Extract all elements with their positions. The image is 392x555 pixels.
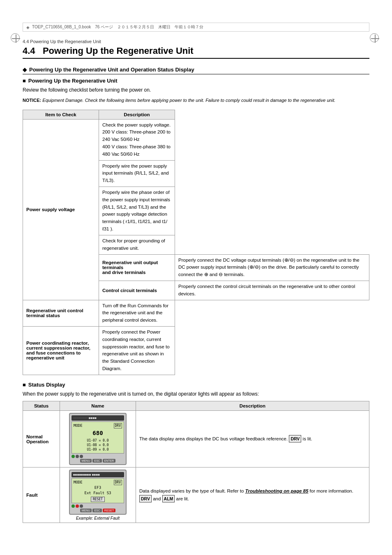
fault-indicator-green (71, 504, 75, 508)
item-cell-reactor: Power coordinating reactor, current supp… (23, 327, 99, 375)
subheading2-text: Powering Up the Regenerative Unit (28, 78, 118, 84)
status-col-header: Status (23, 401, 60, 410)
table-row: Power supply voltage Check the power sup… (23, 119, 369, 160)
op-indicators-fault (71, 504, 124, 508)
section-number: 4.4 (23, 46, 35, 56)
fault-indicator-red (76, 504, 79, 508)
desc-normal: The data display area displays the DC bu… (136, 410, 369, 467)
desc-col-header2: Description (136, 401, 369, 410)
op-header-text: ················ ■■■■ (73, 416, 97, 420)
op-buttons-normal: MENU ESC ENTER (71, 459, 124, 463)
status-display-title: Status Display (28, 382, 65, 388)
intro-paragraph: Review the following checklist before tu… (23, 87, 369, 93)
item-cell-output-terminals: Regenerative unit output terminalsand dr… (99, 254, 175, 281)
col-desc-header: Description (99, 110, 175, 119)
file-info-diamond: ◈ (26, 25, 30, 30)
subheading-diamond: Powering Up the Regenerative Unit and Op… (23, 65, 369, 74)
desc-cell-7: Turn off the Run Commands for the regene… (99, 300, 175, 326)
table-row: Regenerative unit control terminal statu… (23, 300, 369, 326)
file-info-text: TOEP_C710656_08B_1_0.book 76 ページ ２０１５年２月… (32, 24, 203, 30)
file-info-bar: ◈ TOEP_C710656_08B_1_0.book 76 ページ ２０１５年… (23, 23, 369, 32)
notice-label: NOTICE: (23, 98, 41, 103)
op-header-fault-text: ■■■■■■■■■ ■■■■ (73, 473, 100, 477)
fault-indicator-dot3 (80, 504, 83, 508)
op-btn-enter[interactable]: ENTER (103, 459, 116, 463)
op-btn-fault-menu[interactable]: MENU (80, 509, 92, 512)
desc-cell-8: Properly connect the Power coordinating … (99, 327, 175, 375)
table-row: Power coordinating reactor, current supp… (23, 327, 369, 375)
indicator-dot3 (80, 455, 83, 458)
indicator-dot2 (76, 455, 79, 458)
status-normal: NormalOperation (23, 410, 60, 467)
op-header-fault: ■■■■■■■■■ ■■■■ (71, 472, 124, 477)
desc-cell-6: Properly connect the control circuit ter… (175, 281, 369, 300)
tag-alm-fault: ALM (162, 495, 175, 502)
op-btn-menu[interactable]: MENU (80, 459, 92, 463)
fault-label: Example: External Fault (63, 516, 132, 520)
notice-body: Equipment Damage. Check the following it… (42, 98, 335, 103)
troubleshooting-link[interactable]: Troubleshooting on page 85 (245, 488, 309, 493)
desc-cell-4: Check for proper grounding of regenerati… (99, 235, 175, 254)
item-cell-control-terminals: Control circuit terminals (99, 281, 175, 300)
notice-text: NOTICE: Equipment Damage. Check the foll… (23, 97, 369, 104)
table-row: Fault ■■■■■■■■■ ■■■■ MODEDRV EF3 Ext Fau… (23, 467, 369, 523)
display-fault: ■■■■■■■■■ ■■■■ MODEDRV EF3 Ext Fault S3 … (60, 467, 136, 523)
name-col-header: Name (60, 401, 136, 410)
op-header-normal: ················ ■■■■ (71, 415, 124, 421)
desc-cell-5: Properly connect the DC voltage output t… (175, 254, 369, 281)
item-cell-power-supply: Power supply voltage (23, 119, 99, 300)
indicator-green (71, 455, 75, 458)
page-wrapper: ◈ TOEP_C710656_08B_1_0.book 76 ページ ２０１５年… (0, 23, 392, 555)
op-btn-esc[interactable]: ESC (92, 459, 101, 463)
op-btn-fault-reset[interactable]: RESET (103, 509, 115, 512)
desc-cell-1: Check the power supply voltage.200 V cla… (99, 119, 175, 160)
operator-display-normal: ················ ■■■■ MODEDRV 680 U1-07 … (69, 413, 127, 465)
section-title: Powering Up the Regenerative Unit (43, 46, 194, 56)
main-content: 4.4 Powering Up the Regenerative Unit 4.… (23, 39, 369, 523)
status-fault: Fault (23, 467, 60, 523)
corner-mark-tl (10, 33, 23, 45)
checklist-table: Item to Check Description Power supply v… (23, 110, 369, 375)
section-heading: 4.4 Powering Up the Regenerative Unit (23, 46, 369, 59)
op-indicators-normal (71, 455, 124, 458)
breadcrumb: 4.4 Powering Up the Regenerative Unit (23, 39, 369, 44)
status-display-heading: Status Display (23, 382, 369, 388)
display-normal: ················ ■■■■ MODEDRV 680 U1-07 … (60, 410, 136, 467)
desc-cell-2: Properly wire the power supply input ter… (99, 160, 175, 187)
item-cell-control-status: Regenerative unit control terminal statu… (23, 300, 99, 326)
table-row: NormalOperation ················ ■■■■ MO… (23, 410, 369, 467)
status-display-intro: When the power supply to the regenerativ… (23, 391, 369, 397)
desc-cell-3: Properly wire the phase order of the pow… (99, 187, 175, 235)
desc-fault: Data displayed varies by the type of fau… (136, 467, 369, 523)
col-item-header: Item to Check (23, 110, 99, 119)
subheading1-text: Powering Up the Regenerative Unit and Op… (29, 67, 194, 73)
status-display-table: Status Name Description NormalOperation … (23, 401, 369, 523)
tag-drv-fault: DRV (139, 495, 152, 502)
op-screen-fault: MODEDRV EF3 Ext Fault S3 RESET (71, 478, 124, 503)
op-screen-normal: MODEDRV 680 U1-07 = 0.0 U1-08 = 0.0 U1-0… (71, 421, 124, 454)
subheading-square: Powering Up the Regenerative Unit (23, 78, 369, 84)
operator-display-fault: ■■■■■■■■■ ■■■■ MODEDRV EF3 Ext Fault S3 … (69, 470, 127, 515)
op-btn-fault-esc[interactable]: ESC (92, 509, 101, 512)
op-buttons-fault: MENU ESC RESET (71, 509, 124, 512)
corner-mark-tr (369, 33, 382, 45)
tag-drv-normal: DRV (289, 435, 301, 442)
